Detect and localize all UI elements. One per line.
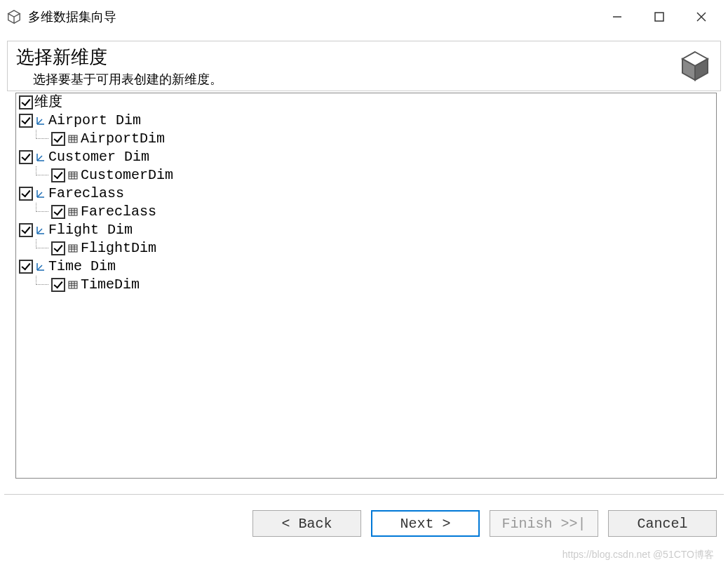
dimension-icon: [34, 187, 47, 200]
button-bar: < Back Next > Finish >>| Cancel: [0, 495, 728, 552]
svg-rect-35: [69, 245, 77, 252]
tree-table-item[interactable]: TimeDim: [19, 276, 713, 294]
table-icon: [67, 169, 79, 182]
checkbox[interactable]: [19, 187, 33, 201]
checkbox[interactable]: [51, 278, 65, 292]
table-icon: [67, 279, 79, 291]
svg-line-10: [37, 119, 42, 124]
svg-line-34: [37, 229, 42, 234]
checkbox[interactable]: [19, 114, 33, 128]
dimension-icon: [34, 260, 47, 273]
wizard-header: 选择新维度 选择要基于可用表创建的新维度。: [7, 41, 721, 91]
page-subtitle: 选择要基于可用表创建的新维度。: [16, 71, 678, 88]
tree-root-item[interactable]: 维度: [19, 93, 713, 112]
node-label: Fareclass: [81, 203, 156, 221]
dimension-icon: [34, 151, 47, 163]
checkbox[interactable]: [19, 260, 33, 274]
table-icon: [67, 133, 79, 145]
maximize-button[interactable]: [638, 3, 680, 31]
page-title: 选择新维度: [16, 45, 678, 69]
node-label: Fareclass: [48, 185, 124, 203]
back-button[interactable]: < Back: [252, 510, 361, 537]
tree-dimension-item[interactable]: Customer Dim: [19, 148, 713, 166]
tree-table-item[interactable]: AirportDim: [19, 130, 713, 148]
node-label: Flight Dim: [48, 221, 133, 239]
table-icon: [67, 242, 79, 255]
window-title: 多维数据集向导: [28, 8, 596, 25]
node-label: CustomerDim: [81, 166, 173, 185]
svg-line-18: [37, 156, 42, 161]
window-controls: [596, 3, 722, 31]
tree-table-item[interactable]: Fareclass: [19, 203, 713, 221]
checkbox[interactable]: [51, 132, 65, 146]
node-label: FlightDim: [81, 239, 156, 258]
svg-line-42: [37, 265, 42, 270]
checkbox[interactable]: [19, 95, 33, 109]
next-button[interactable]: Next >: [371, 510, 480, 537]
checkbox[interactable]: [19, 150, 33, 164]
cancel-button[interactable]: Cancel: [608, 510, 717, 537]
node-label: Customer Dim: [48, 148, 149, 166]
tree-table-item[interactable]: FlightDim: [19, 239, 713, 258]
tree-dimension-item[interactable]: Airport Dim: [19, 112, 713, 130]
svg-marker-0: [8, 11, 20, 17]
close-button[interactable]: [680, 3, 722, 31]
app-icon: [6, 8, 22, 25]
cube-icon: [678, 49, 712, 83]
checkbox[interactable]: [51, 241, 65, 255]
checkbox[interactable]: [19, 223, 33, 237]
node-label: 维度: [34, 93, 62, 112]
checkbox[interactable]: [51, 168, 65, 182]
node-label: TimeDim: [81, 276, 140, 294]
checkbox[interactable]: [51, 205, 65, 219]
svg-line-26: [37, 192, 42, 197]
minimize-button[interactable]: [596, 3, 638, 31]
tree-dimension-item[interactable]: Time Dim: [19, 258, 713, 276]
table-icon: [67, 206, 79, 218]
tree-table-item[interactable]: CustomerDim: [19, 166, 713, 185]
dimension-tree[interactable]: 维度Airport DimAirportDimCustomer DimCusto…: [15, 93, 717, 479]
svg-rect-27: [69, 208, 77, 215]
node-label: AirportDim: [81, 130, 165, 148]
svg-rect-19: [69, 172, 77, 179]
titlebar: 多维数据集向导: [0, 0, 728, 34]
svg-rect-2: [655, 13, 663, 21]
svg-rect-43: [69, 281, 77, 288]
dimension-icon: [34, 224, 47, 236]
tree-dimension-item[interactable]: Fareclass: [19, 185, 713, 203]
tree-dimension-item[interactable]: Flight Dim: [19, 221, 713, 239]
dimension-icon: [34, 114, 47, 127]
node-label: Time Dim: [48, 258, 116, 276]
node-label: Airport Dim: [48, 112, 141, 130]
svg-rect-11: [69, 135, 77, 142]
finish-button: Finish >>|: [490, 510, 598, 537]
